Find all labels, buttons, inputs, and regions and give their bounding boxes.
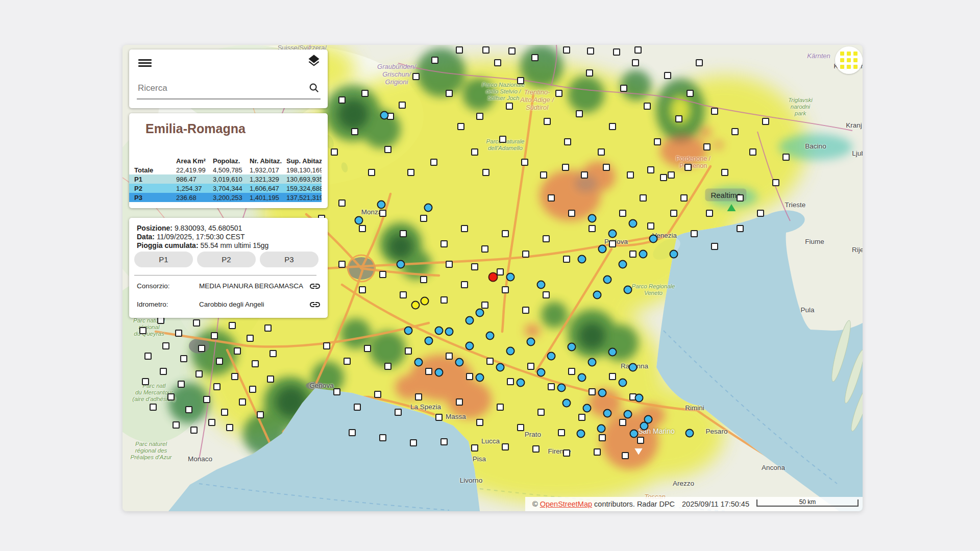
station-marker-square[interactable] [627, 171, 634, 179]
station-marker-square[interactable] [634, 46, 642, 54]
station-marker-yellow[interactable] [421, 297, 429, 306]
marker-cluster-icon[interactable] [835, 46, 863, 74]
station-marker-square[interactable] [193, 319, 200, 327]
station-marker-square[interactable] [364, 345, 371, 352]
station-marker-square[interactable] [430, 159, 437, 166]
station-marker-square[interactable] [558, 429, 565, 436]
station-marker-square[interactable] [333, 388, 340, 395]
station-marker-blue[interactable] [597, 424, 606, 433]
station-marker-blue[interactable] [629, 219, 638, 228]
station-marker-blue[interactable] [649, 235, 658, 243]
station-marker-square[interactable] [497, 404, 504, 411]
station-marker-square[interactable] [456, 46, 463, 54]
station-marker-blue[interactable] [670, 250, 678, 259]
station-marker-square[interactable] [144, 353, 152, 360]
station-marker-square[interactable] [629, 251, 636, 258]
station-marker-square[interactable] [344, 358, 351, 365]
station-marker-square[interactable] [721, 169, 728, 176]
station-marker-square[interactable] [543, 291, 550, 298]
station-marker-square[interactable] [619, 419, 626, 426]
station-marker-square[interactable] [494, 59, 501, 66]
station-marker-blue[interactable] [578, 373, 586, 382]
station-marker-square[interactable] [586, 69, 593, 77]
station-marker-blue[interactable] [537, 368, 546, 377]
station-marker-square[interactable] [216, 358, 223, 365]
station-marker-square[interactable] [737, 194, 744, 202]
station-marker-square[interactable] [208, 419, 215, 426]
station-marker-square[interactable] [160, 368, 167, 375]
station-marker-square[interactable] [499, 136, 506, 143]
p1-button[interactable]: P1 [134, 252, 193, 267]
station-marker-square[interactable] [749, 148, 756, 156]
station-marker-square[interactable] [506, 103, 513, 110]
station-marker-square[interactable] [446, 353, 453, 360]
station-marker-square[interactable] [603, 164, 610, 171]
station-marker-square[interactable] [675, 115, 682, 122]
station-marker-square[interactable] [563, 449, 570, 457]
station-marker-square[interactable] [664, 72, 671, 79]
station-marker-blue[interactable] [608, 348, 617, 357]
station-marker-square[interactable] [772, 179, 779, 186]
station-marker-square[interactable] [609, 123, 616, 130]
station-marker-square[interactable] [167, 393, 175, 400]
station-marker-square[interactable] [687, 90, 694, 97]
station-marker-square[interactable] [351, 128, 358, 135]
station-marker-square[interactable] [231, 373, 238, 380]
station-marker-square[interactable] [564, 138, 571, 145]
consorzio-link-icon[interactable] [309, 280, 321, 292]
station-marker-square[interactable] [540, 171, 547, 179]
station-marker-square[interactable] [456, 398, 463, 406]
station-marker-square[interactable] [482, 46, 489, 54]
station-marker-square[interactable] [420, 215, 427, 222]
station-marker-square[interactable] [338, 96, 346, 104]
station-marker-square[interactable] [185, 406, 192, 413]
station-marker-square[interactable] [471, 444, 478, 452]
station-marker-square[interactable] [711, 108, 718, 115]
station-marker-blue[interactable] [619, 260, 627, 269]
station-marker-square[interactable] [737, 225, 744, 232]
station-marker-blue[interactable] [476, 309, 484, 317]
station-marker-square[interactable] [555, 90, 562, 97]
station-marker-square[interactable] [563, 46, 570, 54]
station-marker-blue[interactable] [537, 281, 546, 289]
station-marker-blue[interactable] [455, 358, 464, 367]
station-marker-square[interactable] [684, 164, 692, 171]
station-marker-square[interactable] [226, 424, 233, 431]
station-marker-triangle-green[interactable] [727, 204, 736, 211]
station-marker-square[interactable] [587, 47, 594, 55]
station-marker-square[interactable] [594, 448, 601, 456]
station-marker-square[interactable] [476, 113, 483, 120]
station-marker-blue[interactable] [685, 429, 694, 438]
station-marker-blue[interactable] [527, 338, 535, 346]
station-marker-square[interactable] [162, 342, 169, 349]
station-marker-square[interactable] [157, 317, 164, 324]
station-marker-blue[interactable] [603, 409, 612, 418]
station-marker-square[interactable] [247, 335, 254, 342]
station-marker-square[interactable] [668, 171, 675, 179]
station-marker-square[interactable] [486, 358, 494, 365]
station-marker-blue[interactable] [435, 327, 444, 335]
station-marker-blue[interactable] [435, 368, 444, 377]
region-table-row-p2[interactable]: P21,254.373,704,3441,606,647159,324,688 [129, 184, 322, 193]
station-marker-blue[interactable] [598, 389, 607, 397]
station-marker-square[interactable] [435, 414, 443, 421]
station-marker-square[interactable] [502, 286, 509, 293]
station-marker-square[interactable] [613, 48, 620, 56]
station-marker-yellow[interactable] [411, 301, 420, 310]
station-marker-square[interactable] [563, 256, 570, 263]
station-marker-square[interactable] [471, 263, 478, 270]
station-marker-square[interactable] [178, 381, 185, 388]
station-marker-blue[interactable] [377, 201, 386, 209]
station-marker-square[interactable] [548, 383, 555, 390]
station-marker-square[interactable] [481, 245, 488, 253]
station-marker-square[interactable] [544, 118, 551, 125]
station-marker-blue[interactable] [619, 379, 627, 387]
station-marker-square[interactable] [264, 324, 272, 332]
station-marker-square[interactable] [622, 452, 629, 459]
station-marker-square[interactable] [180, 355, 187, 362]
station-marker-square[interactable] [562, 164, 569, 171]
station-marker-square[interactable] [517, 77, 524, 84]
station-marker-square[interactable] [527, 363, 534, 370]
station-marker-square[interactable] [521, 159, 528, 166]
station-marker-triangle-white[interactable] [634, 448, 643, 455]
